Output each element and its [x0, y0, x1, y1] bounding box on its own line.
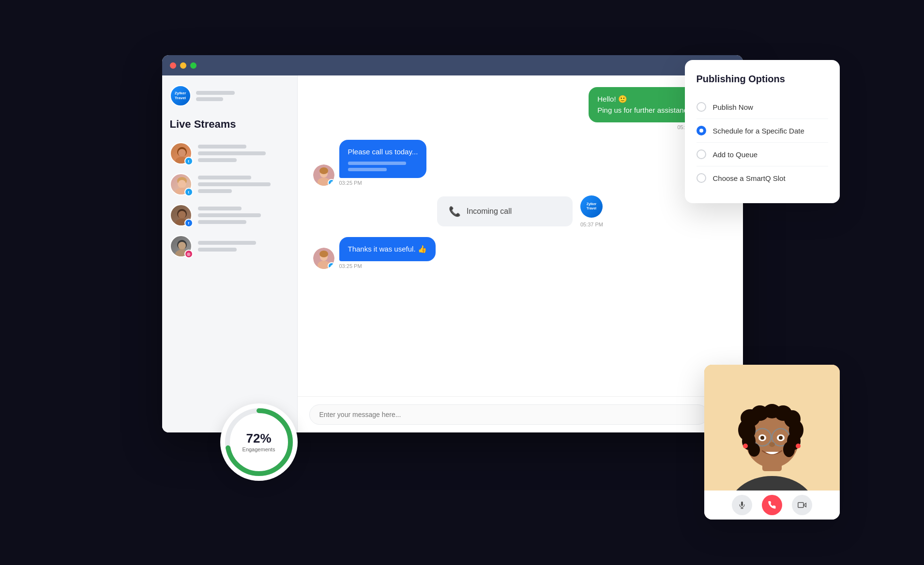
- stream-text: [198, 145, 289, 162]
- message-bubble-system: 📞 Incoming call: [437, 196, 573, 226]
- svg-point-50: [743, 444, 748, 448]
- text-line: [198, 241, 256, 245]
- engagement-widget: 72% Engagements: [220, 403, 298, 481]
- svg-point-51: [796, 444, 801, 448]
- video-call-panel: [704, 365, 840, 520]
- list-item[interactable]: ◎: [170, 235, 289, 257]
- message-row-sent: Hello! 🙂Ping us for further assistance 0…: [313, 87, 727, 130]
- message-col-2: Thanks it was useful. 👍 03:25 PM: [339, 237, 436, 269]
- user-avatar: t: [313, 164, 334, 186]
- text-line: [198, 220, 246, 224]
- browser-window: ZylkerTravel Live Streams: [162, 55, 743, 432]
- end-call-button[interactable]: [762, 495, 782, 515]
- message-bubble-received: Please call us today...: [339, 140, 427, 178]
- engagement-text: 72% Engagements: [242, 432, 275, 452]
- logo-text-placeholder: [196, 91, 235, 101]
- social-badge-facebook: f: [184, 219, 193, 227]
- logo-icon: ZylkerTravel: [170, 85, 191, 106]
- radio-circle-queue: [697, 149, 706, 159]
- list-item[interactable]: t: [170, 142, 289, 164]
- text-line: [198, 158, 237, 162]
- svg-point-15: [178, 242, 186, 250]
- list-item[interactable]: t: [170, 173, 289, 195]
- message-text: Please call us today...: [348, 148, 418, 156]
- close-button[interactable]: [170, 62, 176, 69]
- phone-icon: 📞: [449, 204, 461, 219]
- social-badge-twitter: t: [184, 188, 193, 196]
- system-meta: ZylkerTravel 05:37 PM: [580, 195, 603, 227]
- radio-label-queue: Add to Queue: [713, 150, 758, 159]
- text-line: [198, 213, 261, 217]
- radio-label-schedule: Schedule for a Specific Date: [713, 127, 804, 135]
- text-line: [198, 182, 271, 186]
- message-bubble-received-2: Thanks it was useful. 👍: [339, 237, 436, 262]
- avatar: t: [170, 142, 192, 164]
- system-time: 05:37 PM: [580, 222, 603, 227]
- radio-smartq[interactable]: Choose a SmartQ Slot: [697, 166, 828, 190]
- avatar: f: [170, 204, 192, 226]
- sidebar-logo: ZylkerTravel: [170, 85, 289, 106]
- svg-point-11: [178, 211, 186, 219]
- text-line: [198, 207, 242, 210]
- svg-point-47: [783, 442, 795, 457]
- camera-button[interactable]: [792, 495, 812, 515]
- message-row-received: t Please call us today... 03:25 PM: [313, 140, 727, 186]
- radio-label-smartq: Choose a SmartQ Slot: [713, 174, 786, 182]
- chat-input[interactable]: [309, 404, 708, 425]
- svg-point-35: [760, 436, 764, 440]
- radio-circle-schedule: [697, 126, 706, 135]
- text-line: [198, 176, 251, 179]
- text-line: [198, 189, 232, 193]
- svg-point-19: [319, 167, 328, 174]
- browser-content: ZylkerTravel Live Streams: [162, 75, 743, 432]
- message-row-system: 📞 Incoming call ZylkerTravel 05:37 PM: [313, 195, 727, 227]
- incoming-call-text: Incoming call: [467, 206, 512, 217]
- stream-text: [198, 241, 289, 252]
- message-row-received-2: t Thanks it was useful. 👍 03:25 PM: [313, 237, 727, 269]
- stream-list: t: [170, 142, 289, 257]
- message-text-2: Thanks it was useful. 👍: [348, 245, 427, 253]
- svg-rect-55: [798, 503, 803, 508]
- sidebar: ZylkerTravel Live Streams: [162, 75, 298, 432]
- bubble-placeholder: [348, 162, 418, 171]
- svg-point-38: [769, 442, 775, 447]
- mic-button[interactable]: [732, 495, 752, 515]
- list-item[interactable]: f: [170, 204, 289, 226]
- svg-point-7: [178, 180, 186, 188]
- radio-schedule[interactable]: Schedule for a Specific Date: [697, 119, 828, 143]
- message-text: Hello! 🙂Ping us for further assistance: [597, 95, 691, 114]
- svg-point-49: [748, 443, 760, 457]
- video-controls: [704, 491, 840, 520]
- browser-titlebar: [162, 55, 743, 75]
- message-time-2: 03:25 PM: [339, 263, 362, 269]
- svg-marker-54: [803, 503, 806, 507]
- text-line: [198, 151, 266, 155]
- engagement-percent: 72%: [242, 432, 275, 445]
- bubble-line: [348, 168, 387, 171]
- message-time: 03:25 PM: [339, 180, 362, 186]
- svg-point-37: [779, 436, 783, 440]
- social-badge-twitter: t: [184, 157, 193, 165]
- chat-messages: Hello! 🙂Ping us for further assistance 0…: [298, 75, 743, 396]
- company-avatar-system: ZylkerTravel: [580, 195, 603, 218]
- logo-line-2: [196, 97, 223, 101]
- chat-input-area: [298, 396, 743, 432]
- maximize-button[interactable]: [190, 62, 197, 69]
- message-col: Please call us today... 03:25 PM: [339, 140, 427, 186]
- message-bubble-sent: Hello! 🙂Ping us for further assistance: [589, 87, 700, 122]
- avatar: t: [170, 173, 192, 195]
- publishing-panel: Publishing Options Publish Now Schedule …: [685, 60, 840, 203]
- avatar: ◎: [170, 235, 192, 257]
- radio-label-publish-now: Publish Now: [713, 103, 753, 111]
- svg-point-3: [178, 149, 186, 157]
- logo-line-1: [196, 91, 235, 95]
- svg-point-23: [319, 251, 328, 257]
- stream-text: [198, 207, 289, 224]
- radio-publish-now[interactable]: Publish Now: [697, 95, 828, 119]
- radio-queue[interactable]: Add to Queue: [697, 143, 828, 166]
- minimize-button[interactable]: [180, 62, 186, 69]
- radio-circle-publish-now: [697, 102, 706, 112]
- message-col: Hello! 🙂Ping us for further assistance 0…: [589, 87, 700, 130]
- engagement-label: Engagements: [242, 446, 275, 452]
- bubble-line: [348, 162, 406, 165]
